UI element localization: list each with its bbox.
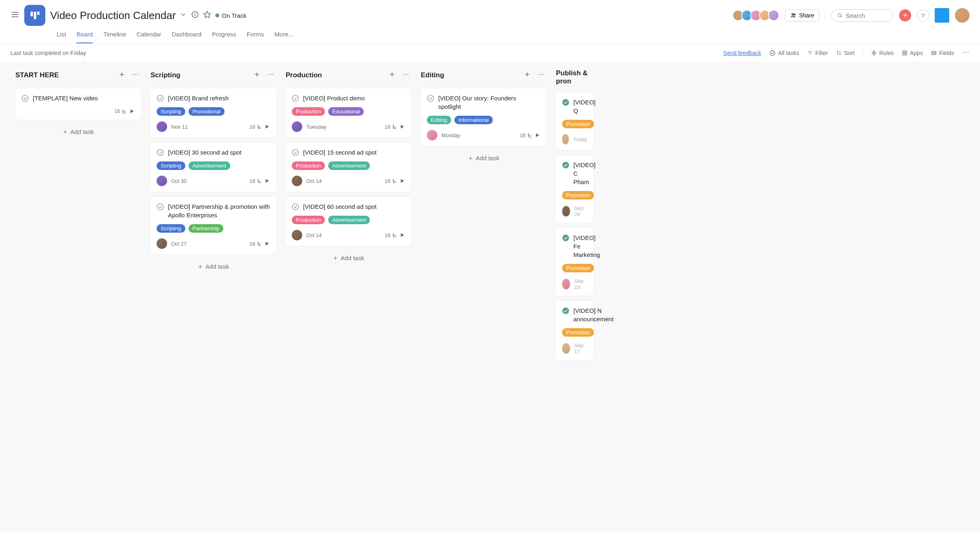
fields-button[interactable]: Fields (931, 50, 954, 56)
tag[interactable]: Promotion (562, 328, 594, 337)
tab-forms[interactable]: Forms (247, 28, 264, 43)
task-card[interactable]: [VIDEO] FeMarketingPromotionSep 23 (555, 227, 594, 296)
assignee-avatar[interactable] (427, 130, 437, 140)
due-date[interactable]: Sep 17 (574, 342, 587, 354)
complete-checkbox[interactable] (562, 307, 569, 314)
tag[interactable]: Promotion (562, 264, 594, 272)
tag[interactable]: Scripting (157, 107, 185, 116)
project-icon[interactable] (24, 5, 45, 26)
add-task-button[interactable]: Add task (15, 124, 142, 139)
user-avatar[interactable] (955, 8, 969, 23)
due-date[interactable]: Tuesday (306, 124, 326, 130)
complete-checkbox[interactable] (562, 234, 569, 242)
due-date[interactable]: Oct 30 (171, 178, 187, 184)
apps-button[interactable]: Apps (902, 50, 923, 56)
complete-checkbox[interactable] (562, 99, 569, 106)
column-menu-button[interactable] (401, 69, 411, 81)
subtask-count[interactable]: 16 (520, 132, 540, 138)
column-menu-button[interactable] (536, 69, 546, 81)
subtask-count[interactable]: 16 (115, 108, 135, 114)
task-card[interactable]: [VIDEO] Our story: Founders spotlightEdi… (420, 88, 547, 146)
tag[interactable]: Promotion (562, 191, 594, 199)
complete-checkbox[interactable] (21, 95, 29, 102)
tag[interactable]: Scripting (157, 161, 185, 170)
sort-button[interactable]: Sort (836, 50, 855, 56)
help-button[interactable]: ? (917, 9, 929, 21)
all-tasks-button[interactable]: All tasks (769, 50, 799, 56)
subtask-count[interactable]: 16 (385, 124, 405, 130)
complete-checkbox[interactable] (292, 203, 299, 210)
subtask-count[interactable]: 16 (250, 241, 270, 247)
subtask-count[interactable]: 16 (250, 178, 270, 184)
chevron-down-icon[interactable] (180, 11, 187, 20)
due-date[interactable]: Nov 11 (171, 124, 188, 130)
assignee-avatar[interactable] (157, 176, 167, 186)
add-task-button[interactable]: Add task (285, 250, 412, 265)
tag[interactable]: Advertisement (328, 161, 370, 170)
due-date[interactable]: Oct 27 (171, 241, 187, 247)
task-card[interactable]: [VIDEO] 60 second ad spotProductionAdver… (285, 196, 412, 246)
due-date[interactable]: Monday (441, 132, 460, 138)
complete-checkbox[interactable] (292, 95, 299, 102)
assignee-avatar[interactable] (562, 279, 570, 289)
info-icon[interactable] (191, 11, 199, 20)
subtask-count[interactable]: 16 (385, 232, 405, 238)
add-button[interactable]: + (899, 9, 911, 21)
status-badge[interactable]: On Track (215, 12, 246, 19)
project-title[interactable]: Video Production Calendar (50, 9, 176, 22)
assignee-avatar[interactable] (562, 343, 570, 354)
assignee-avatar[interactable] (562, 206, 570, 216)
task-card[interactable]: [VIDEO] Brand refreshScriptingPromotiona… (150, 88, 277, 138)
add-task-button[interactable]: Add task (420, 151, 547, 166)
due-date[interactable]: Today (573, 136, 587, 142)
tag[interactable]: Partnership (189, 224, 223, 233)
complete-checkbox[interactable] (562, 161, 569, 169)
add-card-button[interactable] (522, 69, 532, 81)
task-card[interactable]: [VIDEO] Product demoProductionEducationa… (285, 88, 412, 138)
search-input[interactable] (846, 12, 887, 19)
assignee-avatar[interactable] (292, 121, 302, 132)
complete-checkbox[interactable] (292, 149, 299, 156)
due-date[interactable]: Oct 14 (306, 178, 322, 184)
tab-list[interactable]: List (57, 28, 66, 43)
add-card-button[interactable] (117, 69, 127, 81)
complete-checkbox[interactable] (427, 95, 434, 102)
assignee-avatar[interactable] (562, 134, 569, 144)
star-icon[interactable] (203, 11, 211, 20)
task-card[interactable]: [VIDEO] NannouncementPromotionSep 17 (555, 300, 594, 361)
column-title[interactable]: Editing (421, 71, 519, 79)
assignee-avatar[interactable] (157, 238, 167, 249)
assignee-avatar[interactable] (292, 176, 302, 186)
column-title[interactable]: Publish & pron (556, 69, 593, 85)
due-date[interactable]: Sep 29 (574, 205, 587, 217)
filter-button[interactable]: Filter (807, 50, 828, 56)
send-feedback-link[interactable]: Send feedback (723, 50, 761, 56)
tab-calendar[interactable]: Calendar (137, 28, 161, 43)
due-date[interactable]: Sep 23 (574, 278, 587, 290)
hamburger-icon[interactable] (11, 10, 19, 21)
tab-dashboard[interactable]: Dashboard (172, 28, 201, 43)
task-card[interactable]: [VIDEO] 15 second ad spotProductionAdver… (285, 142, 412, 192)
task-card[interactable]: [VIDEO] Partnership & promotion with Apo… (150, 196, 277, 255)
complete-checkbox[interactable] (157, 203, 164, 210)
tag[interactable]: Editing (427, 116, 451, 124)
column-menu-button[interactable] (130, 69, 141, 81)
tag[interactable]: Informational (454, 116, 493, 124)
tab-timeline[interactable]: Timeline (103, 28, 126, 43)
subtask-count[interactable]: 16 (250, 124, 270, 130)
column-title[interactable]: START HERE (15, 71, 113, 79)
complete-checkbox[interactable] (157, 95, 164, 102)
add-task-button[interactable]: Add task (150, 259, 277, 274)
more-button[interactable] (962, 49, 969, 57)
due-date[interactable]: Oct 14 (306, 232, 322, 238)
task-card[interactable]: [VIDEO] CPhamPromotionSep 29 (555, 155, 594, 223)
task-card[interactable]: [VIDEO] QPromotionToday (555, 92, 594, 151)
tab-board[interactable]: Board (76, 28, 93, 43)
add-card-button[interactable] (252, 69, 262, 81)
tab-more[interactable]: More… (274, 28, 294, 43)
tag[interactable]: Promotion (562, 120, 594, 128)
tag[interactable]: Production (292, 216, 325, 224)
column-title[interactable]: Production (286, 71, 384, 79)
task-card[interactable]: [VIDEO] 30 second ad spotScriptingAdvert… (150, 142, 277, 192)
tag[interactable]: Advertisement (189, 161, 230, 170)
